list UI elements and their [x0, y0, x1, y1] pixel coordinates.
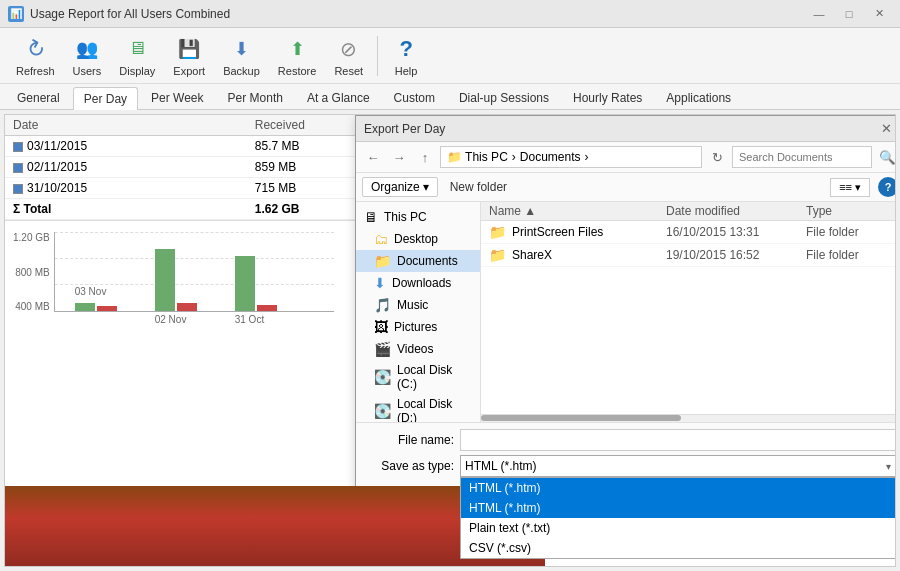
organize-label: Organize — [371, 180, 420, 194]
filename-row: File name: — [364, 429, 896, 451]
dropdown-item-csv[interactable]: CSV (*.csv) — [461, 538, 895, 558]
tab-at-a-glance[interactable]: At a Glance — [296, 86, 381, 109]
dialog-close-button[interactable]: ✕ — [876, 120, 896, 138]
bottom-form: File name: Save as type: HTML (*.htm) ▾ … — [356, 422, 896, 487]
window-title: Usage Report for All Users Combined — [30, 7, 806, 21]
bar-03nov-received — [75, 303, 95, 311]
toolbar-refresh[interactable]: ↻ Refresh — [8, 31, 63, 81]
horizontal-scrollbar[interactable] — [481, 414, 896, 422]
sidebar-item-label: Music — [397, 298, 428, 312]
tab-hourly[interactable]: Hourly Rates — [562, 86, 653, 109]
sidebar-item-label: Downloads — [392, 276, 451, 290]
toolbar-export[interactable]: 💾 Export — [165, 31, 213, 81]
title-bar-controls: — □ ✕ — [806, 4, 892, 24]
toolbar-restore[interactable]: ⬆ Restore — [270, 31, 325, 81]
file-name: ShareX — [512, 248, 666, 262]
dropdown-item-txt[interactable]: HTML (*.htm) — [461, 498, 895, 518]
toolbar-users[interactable]: 👥 Users — [65, 31, 110, 81]
toolbar-reset[interactable]: ⊘ Reset — [326, 31, 371, 81]
nav-back-button[interactable]: ← — [362, 146, 384, 168]
sidebar-item-local-c[interactable]: 💽 Local Disk (C:) — [356, 360, 480, 394]
file-name: PrintScreen Files — [512, 225, 666, 239]
filename-label: File name: — [364, 433, 454, 447]
breadcrumb[interactable]: 📁 This PC › Documents › — [440, 146, 702, 168]
bar-label-03nov: 03 Nov — [75, 286, 107, 297]
desktop-icon: 🗂 — [374, 231, 388, 247]
col-modified-header[interactable]: Date modified — [666, 204, 806, 218]
organize-button[interactable]: Organize ▾ — [362, 177, 438, 197]
view-button[interactable]: ≡≡ ▾ — [830, 178, 870, 197]
sidebar-item-music[interactable]: 🎵 Music — [356, 294, 480, 316]
col-name-header[interactable]: Name ▲ — [489, 204, 666, 218]
users-icon: 👥 — [73, 35, 101, 63]
sidebar-item-this-pc[interactable]: 🖥 This PC — [356, 206, 480, 228]
videos-icon: 🎬 — [374, 341, 391, 357]
sidebar-item-desktop[interactable]: 🗂 Desktop — [356, 228, 480, 250]
sidebar-item-local-d[interactable]: 💽 Local Disk (D:) — [356, 394, 480, 422]
dialog-title: Export Per Day — [364, 122, 876, 136]
tab-per-week[interactable]: Per Week — [140, 86, 214, 109]
dropdown-item-html[interactable]: HTML (*.htm) — [461, 478, 895, 498]
bar-02nov-received — [155, 249, 175, 311]
sidebar-item-downloads[interactable]: ⬇ Downloads — [356, 272, 480, 294]
file-row[interactable]: 📁 PrintScreen Files 16/10/2015 13:31 Fil… — [481, 221, 896, 244]
tab-per-month[interactable]: Per Month — [217, 86, 294, 109]
file-type: File folder — [806, 225, 896, 239]
minimize-button[interactable]: — — [806, 4, 832, 24]
sidebar-item-label: Videos — [397, 342, 433, 356]
breadcrumb-thispc: 📁 This PC — [447, 150, 508, 164]
file-date: 19/10/2015 16:52 — [666, 248, 806, 262]
bar-31oct-received — [235, 256, 255, 311]
browser-body: 🖥 This PC 🗂 Desktop 📁 Documents ⬇ Downlo… — [356, 202, 896, 422]
savetype-select[interactable]: HTML (*.htm) ▾ — [460, 455, 896, 477]
sidebar-item-videos[interactable]: 🎬 Videos — [356, 338, 480, 360]
tab-per-day[interactable]: Per Day — [73, 87, 138, 110]
file-row[interactable]: 📁 ShareX 19/10/2015 16:52 File folder — [481, 244, 896, 267]
files-body: 📁 PrintScreen Files 16/10/2015 13:31 Fil… — [481, 221, 896, 414]
file-type: File folder — [806, 248, 896, 262]
nav-up-button[interactable]: ↑ — [414, 146, 436, 168]
display-label: Display — [119, 65, 155, 77]
tab-custom[interactable]: Custom — [383, 86, 446, 109]
sidebar-item-documents[interactable]: 📁 Documents — [356, 250, 480, 272]
restore-icon: ⬆ — [283, 35, 311, 63]
folder-icon: 📁 — [489, 224, 506, 240]
restore-label: Restore — [278, 65, 317, 77]
filename-input[interactable] — [460, 429, 896, 451]
nav-refresh-button[interactable]: ↻ — [706, 146, 728, 168]
this-pc-icon: 🖥 — [364, 209, 378, 225]
tab-general[interactable]: General — [6, 86, 71, 109]
tab-applications[interactable]: Applications — [655, 86, 742, 109]
files-panel: Name ▲ Date modified Type 📁 PrintScreen … — [481, 202, 896, 422]
bar-label-31oct: 31 Oct — [235, 314, 264, 325]
maximize-button[interactable]: □ — [836, 4, 862, 24]
toolbar-display[interactable]: 🖥 Display — [111, 31, 163, 81]
reset-icon: ⊘ — [335, 35, 363, 63]
savetype-row: Save as type: HTML (*.htm) ▾ HTML (*.htm… — [364, 455, 896, 477]
users-label: Users — [73, 65, 102, 77]
toolbar-help[interactable]: ? Help — [384, 31, 428, 81]
search-button[interactable]: 🔍 — [876, 146, 896, 168]
dialog-help-button[interactable]: ? — [878, 177, 896, 197]
view-icon: ≡≡ — [839, 181, 852, 193]
tabs-bar: General Per Day Per Week Per Month At a … — [0, 84, 900, 110]
sidebar-item-label: Local Disk (D:) — [397, 397, 472, 422]
new-folder-button[interactable]: New folder — [442, 178, 515, 196]
main-content-area: Date Received Sent Total Dial-up 03/11/2… — [4, 114, 896, 567]
bar-label-02nov: 02 Nov — [155, 314, 187, 325]
close-button[interactable]: ✕ — [866, 4, 892, 24]
refresh-icon: ↻ — [16, 29, 54, 67]
search-input[interactable] — [732, 146, 872, 168]
toolbar-backup[interactable]: ⬇ Backup — [215, 31, 268, 81]
pictures-icon: 🖼 — [374, 319, 388, 335]
sidebar-item-label: Local Disk (C:) — [397, 363, 472, 391]
nav-forward-button[interactable]: → — [388, 146, 410, 168]
dropdown-item-txt2[interactable]: Plain text (*.txt) — [461, 518, 895, 538]
sidebar-item-pictures[interactable]: 🖼 Pictures — [356, 316, 480, 338]
savetype-dropdown: HTML (*.htm) HTML (*.htm) Plain text (*.… — [460, 477, 896, 559]
col-type-header[interactable]: Type — [806, 204, 896, 218]
view-chevron-icon: ▾ — [855, 181, 861, 194]
col-header-date[interactable]: Date — [5, 115, 247, 136]
tab-dialup[interactable]: Dial-up Sessions — [448, 86, 560, 109]
local-d-icon: 💽 — [374, 403, 391, 419]
